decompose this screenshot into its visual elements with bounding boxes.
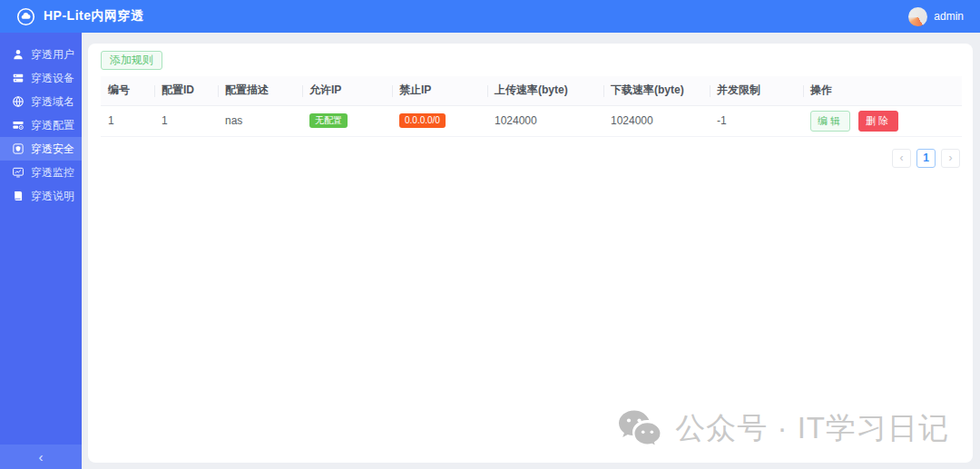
- sidebar-item-users[interactable]: 穿透用户: [0, 43, 82, 66]
- sidebar-item-docs[interactable]: 穿透说明: [0, 184, 82, 208]
- pagination: ‹ 1 ›: [101, 149, 962, 168]
- wechat-icon: [617, 409, 664, 449]
- add-rule-button[interactable]: 添加规则: [101, 51, 162, 70]
- sidebar-item-label: 穿透用户: [31, 47, 74, 63]
- col-header-concurrency: 并发限制: [710, 76, 803, 105]
- user-icon: [12, 48, 24, 61]
- sidebar-item-label: 穿透域名: [31, 94, 74, 110]
- cell-download-rate: 1024000: [603, 105, 710, 136]
- col-header-number: 编号: [101, 76, 154, 105]
- pagination-next-button[interactable]: ›: [941, 149, 960, 168]
- col-header-config-id: 配置ID: [154, 76, 218, 105]
- rules-table: 编号 配置ID 配置描述 允许IP 禁止IP 上传速率(byte) 下载速率(b…: [101, 76, 962, 137]
- sidebar-item-label: 穿透设备: [31, 71, 74, 86]
- app-window: HP-Lite内网穿透 admin 穿透用户 穿透设备: [0, 0, 980, 469]
- sidebar-collapse-button[interactable]: ‹: [0, 445, 82, 469]
- sidebar-nav: 穿透用户 穿透设备 穿透域名 穿透配置: [0, 33, 82, 208]
- username: admin: [934, 10, 964, 23]
- cell-upload-rate: 1024000: [487, 105, 603, 136]
- deny-ip-badge: 0.0.0.0/0: [399, 113, 446, 128]
- domain-icon: [12, 95, 24, 108]
- chevron-right-icon: ›: [949, 151, 953, 164]
- book-icon: [12, 190, 24, 202]
- allow-ip-badge: 无配置: [309, 113, 348, 128]
- col-header-upload-rate: 上传速率(byte): [487, 76, 603, 105]
- cell-actions: 编辑 删除: [803, 105, 962, 136]
- app-logo-icon: [16, 7, 35, 26]
- table-header-row: 编号 配置ID 配置描述 允许IP 禁止IP 上传速率(byte) 下载速率(b…: [101, 76, 962, 105]
- sidebar-item-label: 穿透监控: [31, 165, 74, 181]
- sidebar-item-label: 穿透安全: [31, 142, 74, 157]
- sidebar: 穿透用户 穿透设备 穿透域名 穿透配置: [0, 33, 82, 469]
- app-title: HP-Lite内网穿透: [44, 8, 144, 24]
- shield-icon: [12, 142, 24, 155]
- sidebar-item-config[interactable]: 穿透配置: [0, 113, 82, 137]
- sidebar-item-devices[interactable]: 穿透设备: [0, 66, 82, 90]
- sidebar-item-label: 穿透配置: [31, 118, 74, 133]
- cell-allow-ip: 无配置: [302, 105, 392, 136]
- col-header-deny-ip: 禁止IP: [392, 76, 487, 105]
- delete-button[interactable]: 删除: [858, 111, 898, 132]
- chevron-left-icon: ‹: [900, 151, 904, 164]
- col-header-description: 配置描述: [218, 76, 302, 105]
- cell-concurrency: -1: [710, 105, 803, 136]
- config-icon: [12, 119, 24, 132]
- user-menu[interactable]: admin: [908, 7, 964, 26]
- brand: HP-Lite内网穿透: [16, 7, 144, 26]
- table-row: 1 1 nas 无配置 0.0.0.0/0 1024000 1024000 -1: [101, 105, 962, 136]
- col-header-download-rate: 下载速率(byte): [603, 76, 710, 105]
- cell-config-id: 1: [154, 105, 218, 136]
- col-header-allow-ip: 允许IP: [302, 76, 392, 105]
- pagination-page-button[interactable]: 1: [916, 149, 936, 168]
- app-header: HP-Lite内网穿透 admin: [0, 0, 980, 33]
- col-header-actions: 操作: [803, 76, 962, 105]
- cell-description: nas: [218, 105, 302, 136]
- edit-button[interactable]: 编辑: [810, 111, 850, 132]
- sidebar-item-monitor[interactable]: 穿透监控: [0, 161, 82, 184]
- sidebar-item-security[interactable]: 穿透安全: [0, 137, 82, 161]
- cell-deny-ip: 0.0.0.0/0: [392, 105, 487, 136]
- monitor-icon: [12, 166, 24, 179]
- watermark-text: 公众号 · IT学习日记: [675, 408, 949, 449]
- avatar[interactable]: [908, 7, 927, 26]
- watermark: 公众号 · IT学习日记: [617, 408, 949, 449]
- sidebar-item-domains[interactable]: 穿透域名: [0, 90, 82, 113]
- pagination-prev-button[interactable]: ‹: [892, 149, 911, 168]
- main-content: 添加规则 编号 配置ID 配置描述 允许IP 禁止IP 上传速率(byte): [82, 33, 980, 469]
- content-card: 添加规则 编号 配置ID 配置描述 允许IP 禁止IP 上传速率(byte): [88, 44, 973, 463]
- sidebar-item-label: 穿透说明: [31, 189, 74, 204]
- cell-number: 1: [101, 105, 154, 136]
- device-icon: [12, 72, 24, 84]
- chevron-left-icon: ‹: [39, 449, 44, 464]
